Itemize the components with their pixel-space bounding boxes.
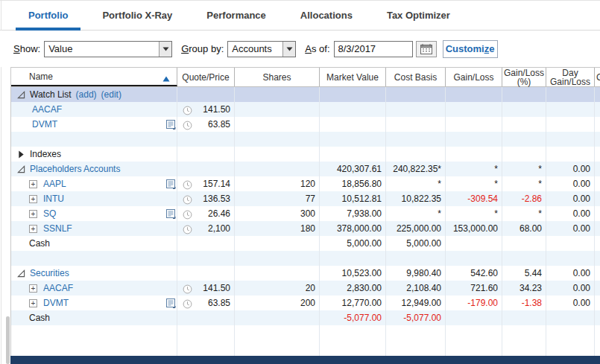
empty-cell bbox=[446, 325, 502, 356]
table-row[interactable]: Placeholders Accounts420,307.61240,822.3… bbox=[11, 162, 600, 176]
value-cell bbox=[177, 162, 235, 176]
value-cell: -5,077.00 bbox=[386, 310, 446, 325]
dropdown-arrow-icon[interactable] bbox=[282, 42, 295, 57]
value-cell bbox=[320, 147, 386, 162]
table-row[interactable]: DVMT63.85 bbox=[11, 117, 600, 132]
value-cell bbox=[546, 310, 595, 325]
value-cell bbox=[502, 251, 546, 266]
value-cell: 5,000.00 bbox=[386, 236, 446, 251]
calendar-icon bbox=[420, 44, 432, 54]
value-cell: 240,822.35* bbox=[386, 162, 446, 176]
column-header-g[interactable]: G bbox=[595, 68, 600, 86]
expand-plus-icon[interactable]: + bbox=[29, 225, 37, 233]
vertical-scrollbar-thumb[interactable] bbox=[6, 316, 10, 364]
value-cell bbox=[386, 87, 446, 102]
group-by-dropdown[interactable]: Accounts bbox=[227, 41, 296, 57]
expand-plus-icon[interactable]: + bbox=[29, 299, 37, 307]
value-cell bbox=[177, 251, 235, 266]
collapse-group-icon[interactable] bbox=[17, 269, 25, 278]
column-header-gain-loss[interactable]: Gain/Loss (%) bbox=[502, 68, 546, 86]
expand-group-icon[interactable] bbox=[17, 150, 25, 159]
table-row[interactable]: Cash-5,077.00-5,077.00 bbox=[11, 310, 600, 325]
clock-icon bbox=[183, 179, 192, 191]
column-header-market-value[interactable]: Market Value bbox=[320, 68, 386, 86]
value-cell bbox=[595, 87, 600, 102]
table-row[interactable]: Indexes bbox=[11, 147, 600, 162]
report-icon[interactable] bbox=[165, 119, 176, 132]
value-cell: 542.60 bbox=[446, 266, 502, 281]
name-cell: Placeholders Accounts bbox=[11, 162, 177, 176]
value-cell: 120 bbox=[235, 176, 320, 191]
table-row[interactable]: Securities10,523.009,980.40542.605.440.0… bbox=[11, 266, 600, 281]
expand-plus-icon[interactable]: + bbox=[29, 210, 37, 218]
ticker-link[interactable]: AACAF bbox=[43, 281, 73, 296]
name-cell: Securities bbox=[11, 266, 177, 281]
value-cell bbox=[235, 132, 320, 147]
column-header-name[interactable]: Name bbox=[11, 68, 177, 86]
name-cell: Indexes bbox=[11, 147, 177, 162]
value-cell bbox=[235, 117, 320, 132]
table-row[interactable]: +SQ26.463007,938.00***0.00 bbox=[11, 206, 600, 221]
column-header-shares[interactable]: Shares bbox=[235, 68, 320, 86]
add-link[interactable]: (add) bbox=[76, 87, 97, 102]
tab-portfolio[interactable]: Portfolio bbox=[16, 0, 80, 31]
value-cell bbox=[235, 162, 320, 176]
ticker-link[interactable]: Placeholders Accounts bbox=[30, 162, 120, 176]
tab-portfolio-x-ray[interactable]: Portfolio X-Ray bbox=[102, 0, 172, 31]
report-icon[interactable] bbox=[165, 208, 176, 221]
table-row[interactable]: +AAPL157.1412018,856.80***0.00 bbox=[11, 176, 600, 191]
value-cell bbox=[320, 251, 386, 266]
ticker-link[interactable]: SQ bbox=[43, 206, 56, 221]
calendar-button[interactable] bbox=[416, 41, 437, 57]
expand-plus-icon[interactable]: + bbox=[29, 180, 37, 188]
edit-link[interactable]: (edit) bbox=[101, 87, 121, 102]
value-cell: 7,938.00 bbox=[320, 206, 386, 221]
show-label: Show: bbox=[13, 43, 40, 54]
value-cell: 200 bbox=[235, 296, 320, 310]
table-row[interactable]: AACAF141.50 bbox=[11, 102, 600, 117]
show-dropdown[interactable]: Value bbox=[44, 41, 172, 57]
table-row[interactable]: +DVMT63.8520012,770.0012,949.00-179.00-1… bbox=[11, 296, 600, 310]
tab-allocations[interactable]: Allocations bbox=[300, 0, 353, 31]
ticker-link[interactable]: INTU bbox=[43, 191, 64, 206]
dropdown-arrow-icon[interactable] bbox=[159, 42, 171, 57]
spacer-row bbox=[11, 251, 600, 266]
column-header-day[interactable]: Day Gain/Loss bbox=[546, 68, 595, 86]
value-cell bbox=[595, 296, 600, 310]
ticker-link[interactable]: SSNLF bbox=[43, 221, 72, 236]
collapse-group-icon[interactable] bbox=[17, 91, 25, 99]
value-cell bbox=[446, 147, 502, 162]
table-row[interactable]: +SSNLF2,100180378,000.00225,000.00153,00… bbox=[11, 221, 600, 236]
value-cell bbox=[595, 191, 600, 206]
value-cell bbox=[446, 132, 502, 147]
collapse-group-icon[interactable] bbox=[17, 165, 25, 173]
value-cell: 10,822.35 bbox=[386, 191, 446, 206]
ticker-link[interactable]: DVMT bbox=[43, 296, 69, 310]
value-cell bbox=[386, 117, 446, 132]
expand-plus-icon[interactable]: + bbox=[29, 284, 37, 293]
ticker-link[interactable]: AAPL bbox=[43, 176, 66, 191]
table-row[interactable]: +INTU136.537710,512.8110,822.35-309.54-2… bbox=[11, 191, 600, 206]
table-row[interactable]: +AACAF141.50202,830.002,108.40721.6034.2… bbox=[11, 281, 600, 296]
value-cell: 225,000.00 bbox=[386, 221, 446, 236]
table-row[interactable]: Cash5,000.005,000.00 bbox=[11, 236, 600, 251]
value-cell bbox=[386, 102, 446, 117]
tab-tax-optimizer[interactable]: Tax Optimizer bbox=[387, 0, 450, 31]
column-header-gain-loss[interactable]: Gain/Loss bbox=[446, 68, 502, 86]
report-icon[interactable] bbox=[165, 298, 176, 310]
ticker-link[interactable]: DVMT bbox=[32, 117, 57, 132]
value-cell bbox=[235, 236, 320, 251]
value-cell bbox=[502, 132, 546, 147]
report-icon[interactable] bbox=[165, 179, 176, 191]
customize-button[interactable]: Customize bbox=[443, 40, 498, 58]
column-header-quote-price[interactable]: Quote/Price bbox=[177, 68, 235, 86]
table-row[interactable]: Watch List(add)(edit) bbox=[11, 87, 600, 102]
name-cell: +SQ bbox=[11, 206, 177, 221]
tab-performance[interactable]: Performance bbox=[206, 0, 265, 31]
ticker-link[interactable]: AACAF bbox=[32, 102, 62, 117]
as-of-date-input[interactable] bbox=[334, 41, 413, 57]
expand-plus-icon[interactable]: + bbox=[29, 195, 37, 203]
ticker-link[interactable]: Securities bbox=[30, 266, 69, 281]
column-header-cost-basis[interactable]: Cost Basis bbox=[386, 68, 446, 86]
value-cell: * bbox=[446, 162, 502, 176]
